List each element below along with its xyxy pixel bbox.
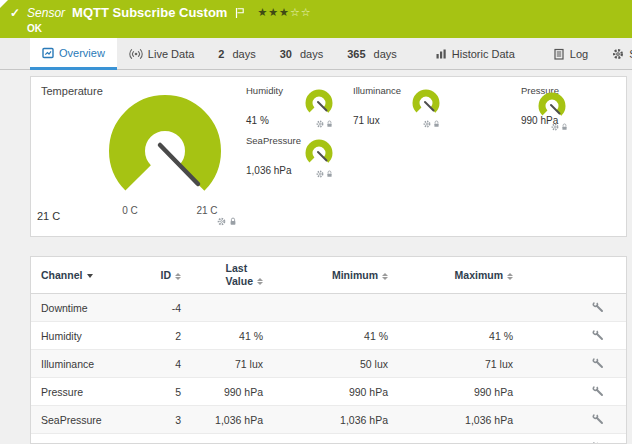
gauge-label: Humidity xyxy=(246,85,283,96)
channel-last-value: 71 lux xyxy=(191,350,271,378)
edit-channel-icon[interactable] xyxy=(592,329,604,341)
edit-channel-icon[interactable] xyxy=(592,413,604,425)
gauge-tile-pressure: Pressure 990 hPa xyxy=(521,85,621,131)
channel-name: Temperature xyxy=(31,434,143,444)
gear-icon[interactable] xyxy=(217,217,226,226)
edit-channel-icon[interactable] xyxy=(592,301,604,313)
gear-icon[interactable] xyxy=(551,123,559,131)
lock-icon[interactable] xyxy=(433,120,440,128)
channel-name: Illuminance xyxy=(31,350,143,378)
table-header-row: Channel ID Last Value Minimum xyxy=(31,257,626,294)
gauge-value: 1,036 hPa xyxy=(246,165,292,176)
tab-bar: Overview Live Data 2 days 30 days 365 da… xyxy=(0,38,632,70)
tab-label: Live Data xyxy=(148,48,194,60)
tab-settings[interactable]: Settings xyxy=(600,38,632,69)
gear-icon[interactable] xyxy=(316,120,324,128)
ok-check-icon: ✓ xyxy=(10,6,20,20)
flag-icon[interactable] xyxy=(235,7,245,19)
lock-icon[interactable] xyxy=(326,170,333,178)
gauge-tile-illuminance: Illuminance 71 lux xyxy=(353,85,453,131)
table-row-temperature: Temperature 1 21 C 21 C 21 C xyxy=(31,434,626,444)
sort-arrows-icon xyxy=(507,273,513,281)
channel-last-value: 21 C xyxy=(191,434,271,444)
lock-icon[interactable] xyxy=(561,123,568,131)
overview-icon xyxy=(42,47,54,59)
col-header-maximum[interactable]: Maximum xyxy=(396,257,521,294)
tab-live-data[interactable]: Live Data xyxy=(117,38,206,69)
channel-id: 5 xyxy=(143,378,191,406)
channel-maximum: 1,036 hPa xyxy=(396,406,521,434)
corner-fold xyxy=(0,0,8,8)
tab-label-number: 365 xyxy=(347,48,365,60)
channel-last-value xyxy=(191,294,271,322)
col-header-channel[interactable]: Channel xyxy=(31,257,143,294)
tab-30-days[interactable]: 30 days xyxy=(268,38,336,69)
tab-log[interactable]: Log xyxy=(541,38,600,69)
temperature-gauge xyxy=(107,93,223,209)
edit-channel-icon[interactable] xyxy=(592,385,604,397)
sensor-header: ✓ Sensor MQTT Subscribe Custom ★★★ ☆☆ OK xyxy=(0,0,632,38)
channel-minimum: 1,036 hPa xyxy=(271,406,396,434)
channel-id: 3 xyxy=(143,406,191,434)
channel-last-value: 990 hPa xyxy=(191,378,271,406)
tab-overview[interactable]: Overview xyxy=(30,38,117,70)
sort-arrows-icon xyxy=(382,273,388,281)
col-header-actions xyxy=(521,257,626,294)
channel-last-value: 41 % xyxy=(191,322,271,350)
illuminance-gauge xyxy=(411,88,441,118)
tab-label-number: 2 xyxy=(218,48,224,60)
lock-icon[interactable] xyxy=(229,217,237,226)
tab-label-number: 30 xyxy=(280,48,292,60)
historic-data-icon xyxy=(435,48,447,60)
table-row-downtime: Downtime -4 xyxy=(31,294,626,322)
priority-stars[interactable]: ★★★ ☆☆ xyxy=(257,6,311,19)
gauge-label: Illuminance xyxy=(353,85,401,96)
seapressure-gauge xyxy=(304,138,334,168)
gauge-scale-max: 21 C xyxy=(189,205,225,216)
log-icon xyxy=(553,48,565,60)
channel-maximum: 41 % xyxy=(396,322,521,350)
col-header-id[interactable]: ID xyxy=(143,257,191,294)
prtg-sensor-page: ✓ Sensor MQTT Subscribe Custom ★★★ ☆☆ OK… xyxy=(0,0,632,444)
tab-label: days xyxy=(374,48,397,60)
channel-maximum: 21 C xyxy=(396,434,521,444)
tab-label: days xyxy=(300,48,323,60)
gear-icon xyxy=(612,48,624,60)
channel-minimum xyxy=(271,294,396,322)
channel-maximum: 71 lux xyxy=(396,350,521,378)
channels-table-panel: Channel ID Last Value Minimum xyxy=(30,256,627,444)
gauge-value: 41 % xyxy=(246,115,269,126)
tab-2-days[interactable]: 2 days xyxy=(206,38,267,69)
table-row-humidity: Humidity 2 41 % 41 % 41 % xyxy=(31,322,626,350)
channel-id: 4 xyxy=(143,350,191,378)
gauges-panel: Temperature 0 C 21 C 21 C Humidity xyxy=(30,76,627,237)
gauge-scale-min: 0 C xyxy=(115,205,145,216)
channel-minimum: 990 hPa xyxy=(271,378,396,406)
channel-name: Pressure xyxy=(31,378,143,406)
channel-maximum xyxy=(396,294,521,322)
channel-sort-caret-icon xyxy=(87,274,93,278)
priority-stars-empty: ☆☆ xyxy=(290,6,312,19)
channel-name: Downtime xyxy=(31,294,143,322)
gauge-tile-seapressure: SeaPressure 1,036 hPa xyxy=(246,135,346,181)
tab-label: Overview xyxy=(59,47,105,59)
tab-label: days xyxy=(232,48,255,60)
col-header-last-value[interactable]: Last Value xyxy=(191,257,271,294)
gear-icon[interactable] xyxy=(423,120,431,128)
sort-arrows-icon xyxy=(257,278,263,286)
primary-channel-value: 21 C xyxy=(37,210,60,222)
tab-label: Log xyxy=(570,48,588,60)
tab-historic-data[interactable]: Historic Data xyxy=(423,38,527,69)
gear-icon[interactable] xyxy=(316,170,324,178)
edit-channel-icon[interactable] xyxy=(592,357,604,369)
channel-id: 1 xyxy=(143,434,191,444)
channel-id: -4 xyxy=(143,294,191,322)
col-header-minimum[interactable]: Minimum xyxy=(271,257,396,294)
gauge-tile-humidity: Humidity 41 % xyxy=(246,85,346,131)
channel-minimum: 50 lux xyxy=(271,350,396,378)
tab-365-days[interactable]: 365 days xyxy=(335,38,409,69)
table-row-illuminance: Illuminance 4 71 lux 50 lux 71 lux xyxy=(31,350,626,378)
status-badge: OK xyxy=(27,23,42,34)
lock-icon[interactable] xyxy=(326,120,333,128)
channel-maximum: 990 hPa xyxy=(396,378,521,406)
